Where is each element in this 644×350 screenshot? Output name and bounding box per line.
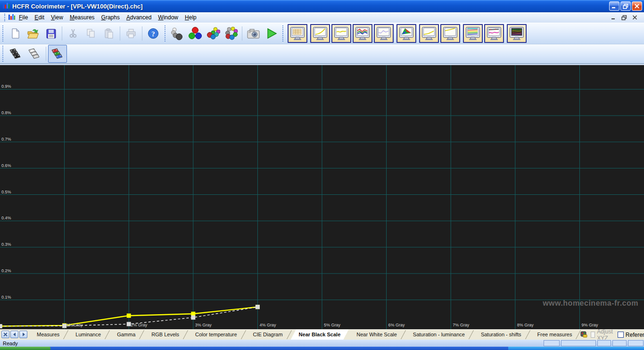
data-point-marker (191, 312, 195, 316)
toolbar-grip[interactable] (282, 25, 283, 42)
tab-close-button[interactable] (1, 331, 9, 338)
x-axis-tick-label: 5% Gray (324, 323, 340, 327)
save-file-button[interactable] (42, 25, 60, 42)
measure-all-colors-icon (224, 26, 238, 41)
menu-measures[interactable]: Measures (66, 13, 98, 22)
tab-gamma[interactable]: Gamma (109, 330, 143, 340)
toolbar-row-1: ? (0, 23, 644, 44)
open-file-button[interactable] (24, 25, 42, 42)
help-button[interactable]: ? (144, 25, 162, 42)
status-pane (597, 340, 611, 346)
x-axis-tick-label: 9% Gray (581, 323, 598, 327)
reference-checkbox-box[interactable] (618, 332, 624, 338)
reference-checkbox[interactable]: Reference (618, 332, 644, 338)
toolbar-grip[interactable] (2, 25, 3, 42)
new-document-button[interactable] (6, 25, 24, 42)
tab-near-white-scale[interactable]: Near White Scale (348, 330, 405, 340)
menu-file[interactable]: File (16, 13, 31, 22)
tab-scroll-left-button[interactable] (10, 331, 18, 338)
status-pane (612, 340, 627, 346)
mdi-window-controls (610, 14, 642, 21)
measure-secondaries-icon (206, 26, 220, 41)
graph-rgb-levels-icon (355, 26, 371, 41)
menu-help[interactable]: Help (182, 13, 200, 22)
copy-button[interactable] (82, 25, 100, 42)
graph-free-measures-button[interactable] (507, 24, 527, 43)
measure-primaries-button[interactable] (186, 25, 204, 42)
x-axis-tick-label: 1% Gray (66, 323, 83, 327)
menu-bar: FileEditViewMeasuresGraphsAdvancedWindow… (0, 12, 644, 23)
tab-saturation-shifts[interactable]: Saturation - shifts (473, 330, 529, 340)
toolbar-separator (46, 47, 46, 61)
menu-view[interactable]: View (48, 13, 66, 22)
toolbar-separator (62, 26, 62, 41)
snapshot-button[interactable] (244, 25, 262, 42)
graph-saturation-luminance-button[interactable] (463, 24, 483, 43)
graph-saturation-luminance-icon (465, 26, 481, 41)
mdi-close-button[interactable] (631, 14, 638, 21)
menubar-grip[interactable] (4, 14, 5, 21)
cut-button[interactable] (64, 25, 82, 42)
tab-bar-right-controls: Adjust XYZ Reference (580, 330, 644, 340)
graph-luminance-button[interactable] (310, 24, 330, 43)
film-near-white-button[interactable] (25, 45, 44, 63)
x-axis-tick-label: 8% Gray (517, 323, 534, 327)
tab-free-measures[interactable]: Free measures (529, 330, 580, 340)
tab-scroll-right-button[interactable] (19, 331, 27, 338)
tab-cie-diagram[interactable]: CIE Diagram (245, 330, 291, 340)
tab-measures[interactable]: Measures (29, 330, 67, 340)
tab-saturation-luminance[interactable]: Saturation - luminance (405, 330, 473, 340)
adjust-xyz-checkbox-box[interactable] (591, 332, 595, 338)
mdi-minimize-button[interactable] (610, 14, 618, 21)
graph-saturation-shifts-icon (486, 26, 502, 41)
measure-all-colors-button[interactable] (222, 25, 240, 42)
toolbar-grip[interactable] (165, 25, 165, 42)
colorimeter-icon (580, 330, 588, 339)
run-measures-button[interactable] (262, 25, 280, 42)
film-saturations-button[interactable] (48, 45, 67, 63)
y-axis-tick-label: 0.2% (1, 269, 11, 273)
title-bar: HCFR Colorimeter - [VPL-VW100(Direct).ch… (0, 0, 644, 12)
minimize-button[interactable] (609, 1, 619, 11)
window-title: HCFR Colorimeter - [VPL-VW100(Direct).ch… (12, 3, 608, 10)
graph-near-black-button[interactable] (419, 24, 439, 43)
graph-measures-table-icon (289, 26, 305, 41)
toolbar-grip[interactable] (2, 46, 3, 62)
start-button-sliver[interactable] (0, 347, 50, 350)
toolbar-separator (142, 26, 142, 41)
x-axis-tick-label: 3% Gray (195, 323, 212, 327)
y-axis-tick-label: 0.4% (1, 216, 11, 220)
graph-saturation-shifts-button[interactable] (484, 24, 504, 43)
film-near-black-button[interactable] (6, 45, 25, 63)
tab-rgb-levels[interactable]: RGB Levels (143, 330, 187, 340)
tab-color-temperature[interactable]: Color temperature (187, 330, 245, 340)
y-axis-tick-label: 0.3% (1, 242, 11, 247)
measure-grayscale-button[interactable] (168, 25, 186, 42)
graph-measures-table-button[interactable] (288, 24, 307, 43)
restore-button[interactable] (620, 1, 631, 11)
cut-icon (67, 27, 79, 40)
taskbar-active-button-sliver[interactable] (508, 347, 644, 350)
measure-secondaries-button[interactable] (204, 25, 222, 42)
print-button[interactable] (122, 25, 140, 42)
close-button[interactable] (632, 1, 642, 11)
y-axis-tick-label: 0.5% (1, 190, 11, 194)
menu-window[interactable]: Window (155, 13, 182, 22)
save-file-icon (45, 27, 57, 40)
graph-gamma-button[interactable] (331, 24, 351, 43)
graph-color-temperature-button[interactable] (374, 24, 394, 43)
tab-near-black-scale[interactable]: Near Black Scale (291, 330, 349, 340)
near-black-scale-chart: 0.1%0.2%0.3%0.4%0.5%0.6%0.7%0.8%0.9%1% G… (0, 65, 644, 329)
y-axis-tick-label: 0.1% (1, 295, 11, 300)
tab-nav-buttons (0, 330, 29, 340)
graph-near-white-button[interactable] (440, 24, 460, 43)
tab-luminance[interactable]: Luminance (67, 330, 109, 340)
menu-advanced[interactable]: Advanced (123, 13, 155, 22)
graph-cie-diagram-button[interactable] (396, 24, 416, 43)
graph-rgb-levels-button[interactable] (353, 24, 372, 43)
menu-edit[interactable]: Edit (31, 13, 48, 22)
menu-graphs[interactable]: Graphs (98, 13, 123, 22)
mdi-restore-button[interactable] (620, 14, 628, 21)
paste-button[interactable] (100, 25, 118, 42)
status-pane (561, 340, 596, 346)
